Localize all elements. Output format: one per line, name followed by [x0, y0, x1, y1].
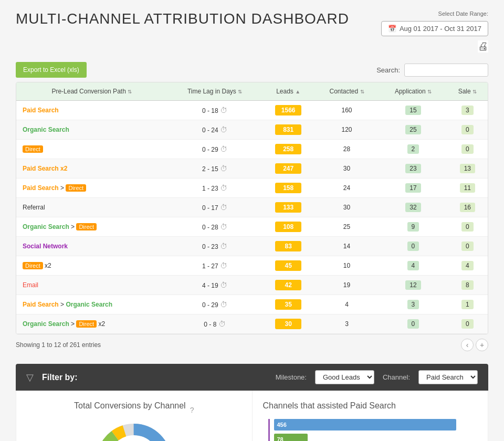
cell-sale: 0: [447, 237, 488, 256]
cell-path: Paid Search > Direct: [16, 178, 167, 198]
filter-label: Filter by:: [42, 373, 78, 382]
table-header-row: Pre-Lead Conversion Path ⇅ Time Lag in D…: [16, 82, 488, 101]
cell-application: 25: [379, 120, 447, 140]
clock-icon[interactable]: ⏱: [220, 281, 227, 289]
cell-path: Organic Search > Direct x2: [16, 314, 167, 334]
clock-icon[interactable]: ⏱: [220, 184, 227, 192]
cell-path: Paid Search: [16, 101, 167, 120]
table-row: Social Network0 - 23 ⏱831400: [16, 237, 488, 256]
cell-contacted: 14: [314, 237, 379, 256]
milestone-select[interactable]: Good Leads: [315, 370, 374, 384]
clock-icon[interactable]: ⏱: [220, 203, 227, 212]
clock-icon[interactable]: ⏱: [220, 164, 227, 173]
cell-sale: 8: [447, 276, 488, 295]
sale-num: 8: [461, 280, 474, 290]
search-input[interactable]: [404, 64, 488, 77]
next-page-button[interactable]: +: [476, 339, 488, 351]
app-num: 25: [405, 125, 421, 134]
print-button[interactable]: 🖨: [478, 40, 488, 52]
clock-icon[interactable]: ⏱: [220, 125, 227, 134]
cell-contacted: 30: [314, 198, 379, 217]
cell-leads: 35: [262, 295, 314, 314]
sale-num: 0: [461, 242, 474, 251]
channel-select[interactable]: Paid Search: [418, 370, 478, 384]
tag-paid: Paid Search: [23, 184, 59, 192]
cell-sale: 0: [447, 140, 488, 159]
clock-icon[interactable]: ⏱: [220, 300, 227, 309]
cell-timelag: 4 - 19 ⏱: [167, 276, 262, 295]
pagination-area: Showing 1 to 12 of 261 entries ‹ +: [0, 334, 504, 355]
clock-icon[interactable]: ⏱: [220, 223, 227, 231]
table-row: Direct x21 - 27 ⏱451044: [16, 256, 488, 276]
app-num: 9: [407, 222, 419, 232]
app-num: 12: [405, 280, 421, 290]
cell-path: Social Network: [16, 237, 167, 256]
export-button[interactable]: Export to Excel (xls): [16, 62, 87, 78]
table-row: Referral0 - 17 ⏱133303216: [16, 198, 488, 217]
help-icon[interactable]: ?: [190, 406, 194, 414]
clock-icon[interactable]: ⏱: [220, 261, 227, 270]
cell-path: Paid Search x2: [16, 159, 167, 178]
cell-leads: 831: [262, 120, 314, 140]
leads-bar: 42: [275, 280, 301, 290]
cell-path: Paid Search > Organic Search: [16, 295, 167, 314]
col-leads[interactable]: Leads ▲: [262, 82, 314, 101]
tag-organic: Organic Search: [66, 301, 112, 308]
cell-leads: 83: [262, 237, 314, 256]
data-table-container: Pre-Lead Conversion Path ⇅ Time Lag in D…: [16, 82, 488, 334]
prev-page-button[interactable]: ‹: [461, 339, 474, 351]
tag-paid: Paid Search: [23, 301, 59, 308]
col-sale[interactable]: Sale ⇅: [447, 82, 488, 101]
col-timelag[interactable]: Time Lag in Days ⇅: [167, 82, 262, 101]
cell-timelag: 1 - 23 ⏱: [167, 178, 262, 198]
sale-num: 1: [461, 300, 474, 309]
charts-row: Total Conversions by Channel ? 2570 Chan…: [16, 391, 488, 441]
cell-application: 12: [379, 276, 447, 295]
cell-contacted: 3: [314, 314, 379, 334]
cell-sale: 0: [447, 217, 488, 237]
donut-svg: [92, 419, 176, 441]
cell-sale: 11: [447, 178, 488, 198]
leads-bar: 83: [275, 241, 301, 251]
cell-timelag: 0 - 8 ⏱: [167, 314, 262, 334]
clock-icon[interactable]: ⏱: [220, 106, 227, 114]
bar-fill-2: 78: [274, 434, 308, 441]
right-chart-title: Channels that assisted Paid Search: [263, 401, 478, 411]
cell-timelag: 0 - 17 ⏱: [167, 198, 262, 217]
tag-direct: Direct: [23, 262, 43, 269]
app-num: 0: [407, 319, 419, 329]
cell-contacted: 28: [314, 140, 379, 159]
table-row: Paid Search x22 - 15 ⏱247302313: [16, 159, 488, 178]
left-chart-title: Total Conversions by Channel: [74, 401, 186, 411]
col-application[interactable]: Application ⇅: [379, 82, 447, 101]
table-row: Paid Search > Direct1 - 23 ⏱158241711: [16, 178, 488, 198]
date-range-button[interactable]: 📅 Aug 01 2017 - Oct 31 2017: [381, 21, 488, 36]
col-path[interactable]: Pre-Lead Conversion Path ⇅: [16, 82, 167, 101]
clock-icon[interactable]: ⏱: [220, 145, 227, 153]
cell-application: 9: [379, 217, 447, 237]
left-chart: Total Conversions by Channel ? 2570: [16, 391, 253, 441]
table-body: Paid Search0 - 18 ⏱1566160153Organic Sea…: [16, 101, 488, 334]
cell-application: 2: [379, 140, 447, 159]
cell-contacted: 4: [314, 295, 379, 314]
page-buttons: ‹ +: [461, 339, 488, 351]
clock-icon[interactable]: ⏱: [220, 242, 227, 250]
cell-contacted: 10: [314, 256, 379, 276]
bar-track-1: 456: [274, 419, 472, 430]
col-contacted[interactable]: Contacted ⇅: [314, 82, 379, 101]
bar-fill-1: 456: [274, 419, 456, 430]
clock-icon[interactable]: ⏱: [218, 320, 226, 328]
bar-chart: 456 78: [263, 419, 478, 441]
cell-application: 15: [379, 101, 447, 120]
bar-row-2: 78: [274, 434, 472, 441]
tag-organic: Organic Search: [23, 320, 69, 328]
table-row: Organic Search > Direct x20 - 8 ⏱30300: [16, 314, 488, 334]
toolbar: Export to Excel (xls) Search:: [0, 58, 504, 82]
app-num: 3: [407, 300, 419, 309]
sale-num: 3: [461, 106, 474, 115]
filter-icon: ▽: [26, 372, 34, 383]
cell-sale: 13: [447, 159, 488, 178]
sale-num: 0: [461, 144, 474, 154]
sale-num: 13: [460, 164, 475, 173]
leads-bar: 108: [275, 222, 301, 232]
